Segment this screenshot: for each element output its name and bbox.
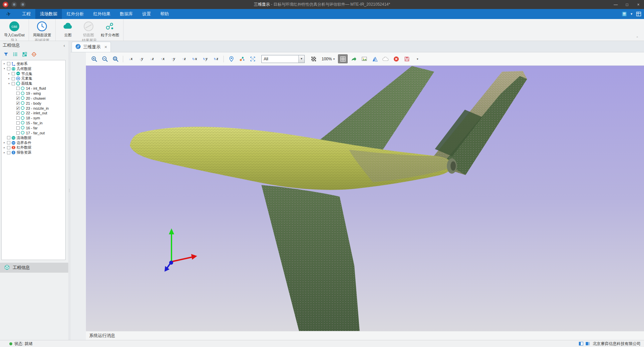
quick-save-button[interactable] xyxy=(11,2,17,7)
tree-expander-icon[interactable]: ▸ xyxy=(7,77,11,80)
tree-expander-icon[interactable]: ▸ xyxy=(3,146,6,149)
tree-expander-icon[interactable]: ▸ xyxy=(3,141,6,144)
layout-button[interactable] xyxy=(636,11,641,17)
panel-splitter[interactable]: ⋮ xyxy=(68,41,71,340)
tree-item[interactable]: ▸红外数据 xyxy=(2,145,65,150)
tab-help[interactable]: 帮助 xyxy=(156,9,173,19)
tree-checkbox[interactable] xyxy=(16,126,20,130)
tree-item[interactable]: ▸报告资源 xyxy=(2,150,65,155)
close-button[interactable]: × xyxy=(633,0,644,9)
tree-item[interactable]: ▸边界条件 xyxy=(2,140,65,145)
grid-toggle-button[interactable] xyxy=(338,54,348,63)
tree-checkbox[interactable] xyxy=(7,62,10,65)
panel-collapse-button[interactable]: ‹ xyxy=(64,43,65,48)
tree-item[interactable]: 16 - far xyxy=(2,125,65,130)
view-y-down-button[interactable]: ↓y xyxy=(137,54,146,63)
dropdown-arrow-icon[interactable]: ▼ xyxy=(298,55,304,63)
save-view-dropdown[interactable]: ▾ xyxy=(413,54,422,63)
tree-checkbox[interactable]: ✓ xyxy=(16,102,20,105)
tree-checkbox[interactable]: ✓ xyxy=(16,97,20,100)
tab-flow-data[interactable]: 流场数据 xyxy=(35,9,62,19)
tree-checkbox[interactable] xyxy=(16,131,20,135)
tree-item[interactable]: ▾几何数据 xyxy=(2,66,65,71)
clear-view-button[interactable] xyxy=(391,54,401,63)
tree-item[interactable]: ✓22 - inlet_out xyxy=(2,111,65,116)
tree-checkbox[interactable]: ✓ xyxy=(16,107,20,110)
entity-filter-select[interactable]: All▼ xyxy=(261,55,305,63)
tree-item[interactable]: ✓21 - body xyxy=(2,101,65,106)
contour-map-button[interactable]: 云图 xyxy=(60,21,76,38)
particle-map-button[interactable]: 粒子分布图 xyxy=(101,21,119,38)
tree-expander-icon[interactable]: ▾ xyxy=(7,82,11,85)
tree-checkbox[interactable] xyxy=(12,82,15,85)
tree-checkbox[interactable] xyxy=(16,121,20,125)
locate-point-button[interactable] xyxy=(226,54,236,63)
layout-right-icon[interactable] xyxy=(585,341,590,346)
tree-checkbox[interactable] xyxy=(7,146,10,149)
tree-checkbox[interactable] xyxy=(16,92,20,95)
quick-undo-button[interactable] xyxy=(20,2,26,7)
tree-checkbox[interactable] xyxy=(16,116,20,120)
zoom-out-button[interactable] xyxy=(100,54,110,63)
tab-settings[interactable]: 设置 xyxy=(138,9,156,19)
tab-close-icon[interactable]: ✕ xyxy=(104,45,107,49)
tree-expander-icon[interactable]: ▸ xyxy=(7,72,11,75)
tree-checkbox[interactable] xyxy=(7,151,10,154)
minimize-button[interactable]: — xyxy=(610,0,621,9)
tab-ir-analysis[interactable]: 红外分析 xyxy=(62,9,89,19)
box-select-button[interactable] xyxy=(248,54,257,63)
tree-item[interactable]: ✓23 - nozzle_in xyxy=(2,106,65,111)
filter-button[interactable] xyxy=(3,52,9,57)
view-z-down-button[interactable]: ↓z xyxy=(147,54,157,63)
tree-checkbox[interactable] xyxy=(12,77,15,80)
tab-database[interactable]: 数据库 xyxy=(115,9,138,19)
tree-item[interactable]: ▸节点集 xyxy=(2,71,65,76)
view-x-up-button[interactable]: ↑x xyxy=(158,54,167,63)
rotate-z-button[interactable]: ↻z xyxy=(211,54,221,63)
tree-checkbox[interactable] xyxy=(7,141,10,144)
ribbon-collapse-icon[interactable]: ⌃ xyxy=(636,36,639,40)
tree-item[interactable]: ▾面线集 xyxy=(2,81,65,86)
zoom-in-button[interactable] xyxy=(89,54,99,63)
maximize-button[interactable]: □ xyxy=(621,0,633,9)
tab-ir-result[interactable]: 红外结果 xyxy=(89,9,115,19)
tree-item[interactable]: 14 - int_fluid xyxy=(2,86,65,91)
app-menu-button[interactable] xyxy=(3,2,8,7)
tab-3d-view[interactable]: 三维显示 ✕ xyxy=(72,42,111,52)
tree-checkbox[interactable] xyxy=(7,67,10,70)
texture-button[interactable] xyxy=(309,54,318,63)
tree-checkbox[interactable] xyxy=(12,72,15,75)
tree-item[interactable]: 17 - far_out xyxy=(2,130,65,135)
skin-button[interactable] xyxy=(622,11,627,17)
view-x-down-button[interactable]: ↓x xyxy=(126,54,136,63)
cloud-display-button[interactable] xyxy=(381,54,390,63)
locate-button[interactable] xyxy=(31,52,37,57)
tree-expander-icon[interactable]: ▸ xyxy=(3,151,6,154)
tree-checkbox[interactable]: ✓ xyxy=(16,111,20,115)
rotate-x-button[interactable]: ↻x xyxy=(190,54,199,63)
save-view-button[interactable] xyxy=(402,54,412,63)
tab-project[interactable]: 工程 xyxy=(17,9,35,19)
tree-item[interactable]: 流场数据 xyxy=(2,135,65,140)
tree-expander-icon[interactable]: ▸ xyxy=(3,62,6,65)
tree-item[interactable]: 18 - sym xyxy=(2,116,65,121)
tree-checkbox[interactable] xyxy=(16,87,20,90)
tree-item[interactable]: ▸坐标系 xyxy=(2,61,65,66)
tree-item[interactable]: ✓20 - chuiwei xyxy=(2,96,65,101)
snapshot-button[interactable] xyxy=(359,54,369,63)
import-cas-dat-button[interactable]: cas导入Cas/Dat xyxy=(4,21,25,38)
tree-expander-icon[interactable]: ▾ xyxy=(3,67,6,70)
tree-checkbox[interactable] xyxy=(7,136,10,139)
tree-item[interactable]: ▸元素集 xyxy=(2,76,65,81)
periodic-face-button[interactable]: 周期面设置 xyxy=(33,21,51,38)
particle-trace-button[interactable] xyxy=(237,54,247,63)
grid-view-button[interactable] xyxy=(22,52,27,57)
view-z-up-button[interactable]: ↑z xyxy=(179,54,189,63)
layout-left-icon[interactable] xyxy=(579,341,583,346)
zoom-level-select[interactable]: 100%▾ xyxy=(322,57,335,61)
tree-item[interactable]: 15 - far_in xyxy=(2,121,65,126)
panel-footer-tab[interactable]: 工程信息 xyxy=(0,263,68,273)
export-view-button[interactable] xyxy=(349,54,358,63)
3d-viewport[interactable] xyxy=(86,66,644,331)
tree-item[interactable]: 19 - wing xyxy=(2,91,65,96)
